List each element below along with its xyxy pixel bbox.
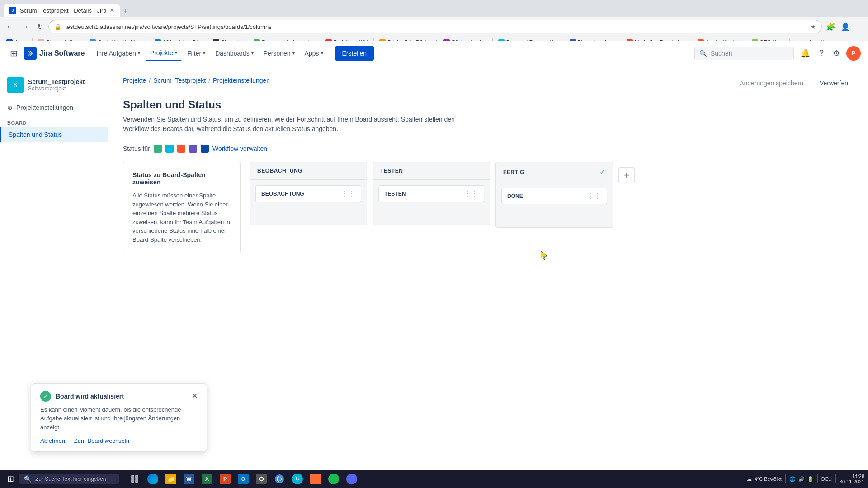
taskbar-sep-right3 [835,474,836,483]
tab-close-icon[interactable]: ✕ [110,7,114,14]
create-button[interactable]: Erstellen [335,46,374,61]
notifications-button[interactable]: 🔔 [797,46,813,61]
taskbar-app-misc3[interactable] [326,471,342,487]
taskbar-apps: 📁 W X P O ⚙ ↻ [127,471,360,487]
windows-icon: ⊞ [7,474,14,484]
taskbar-app-edge[interactable] [145,471,161,487]
taskbar-app-explorer[interactable]: 📁 [163,471,179,487]
nav-ihre-aufgaben[interactable]: Ihre Aufgaben ▾ [92,46,144,61]
help-button[interactable]: ? [816,46,826,61]
taskbar-sep-1 [123,474,123,484]
taskbar-app-chrome[interactable] [271,471,288,487]
nav-projekte[interactable]: Projekte ▾ [146,46,182,61]
page-title: Spalten und Status [123,99,854,111]
svg-point-7 [278,477,281,481]
sidebar-project: S Scrum_Testprojekt Softwareprojekt [0,73,108,100]
grid-icon[interactable]: ⊞ [7,45,20,61]
taskbar-app-misc1[interactable]: ↻ [289,471,306,487]
jira-logo[interactable]: Jira Software [24,47,85,60]
taskbar-app-misc2[interactable] [307,471,324,487]
time-display: 14:28 [840,474,864,479]
status-icon-blue-dark [201,145,209,153]
sidebar-item-spalten[interactable]: Spalten und Status [0,127,108,142]
toast-body: Es kann einen Moment dauern, bis die ent… [40,405,198,432]
chevron-down-icon: ▾ [321,51,323,56]
svg-rect-4 [135,479,138,483]
nav-filter[interactable]: Filter ▾ [183,46,210,61]
toast-separator: · [69,437,71,444]
taskbar-app-excel[interactable]: X [199,471,215,487]
back-button[interactable]: ← [4,21,16,33]
success-icon: ✓ [40,391,51,402]
toast-title: Board wird aktualisiert [56,393,187,400]
top-nav: ⊞ Jira Software Ihre Aufgaben ▾ Projekte… [0,41,868,66]
tab-favicon: J [9,7,16,14]
address-bar[interactable]: 🔒 testdeutsch1.atlassian.net/jira/softwa… [48,20,822,33]
avatar[interactable]: P [846,46,861,61]
chevron-down-icon: ▾ [292,51,295,56]
column-testen: TESTEN TESTEN ⋮⋮ [373,162,490,225]
project-name: Scrum_Testprojekt [28,78,85,85]
workflow-link[interactable]: Workflow verwalten [212,145,267,152]
drag-handle-icon[interactable]: ⋮⋮ [341,189,355,198]
taskbar-app-taskview[interactable] [127,471,143,487]
breadcrumb-scrum[interactable]: Scrum_Testprojekt [153,77,206,84]
status-chip-beobachtung[interactable]: BEOBACHTUNG ⋮⋮ [255,185,361,202]
panel-desc: Alle Status müssen einer Spalte zugewies… [132,191,231,244]
save-changes-button[interactable]: Änderungen speichern [734,77,809,89]
chevron-down-icon: ▾ [175,50,177,55]
taskbar-app-word[interactable]: W [181,471,197,487]
more-button[interactable]: ⋮ [854,21,864,33]
taskbar-sep-right [785,474,786,483]
action-row: Änderungen speichern Verwerfen [734,77,854,89]
extensions-button[interactable]: 🧩 [825,21,837,33]
toast-action-button[interactable]: Zum Board wechseln [74,437,129,444]
column-fertig-header: FERTIG ✓ [496,162,613,182]
taskbar-system-icons: 🌐 🔊 🔋 [789,476,814,482]
chevron-down-icon: ▾ [203,51,205,56]
sidebar-projekteinstellungen[interactable]: ⊕ Projekteinstellungen [0,100,108,115]
nav-apps[interactable]: Apps ▾ [300,46,328,61]
taskbar-volume-icon: 🔊 [798,476,805,482]
discard-button[interactable]: Verwerfen [814,77,854,89]
toast-dismiss-button[interactable]: Ablehnen [40,437,65,444]
plus-icon: ⊕ [7,104,13,111]
status-chip-testen-label: TESTEN [384,191,406,197]
status-chip-done[interactable]: DONE ⋮⋮ [501,188,607,204]
address-text: testdeutsch1.atlassian.net/jira/software… [65,23,807,30]
nav-personen[interactable]: Personen ▾ [259,46,299,61]
nav-right: 🔍 Suchen 🔔 ? ⚙ P [694,46,861,61]
new-tab-button[interactable]: + [120,5,131,17]
column-fertig-body: DONE ⋮⋮ [496,182,613,227]
project-type: Softwareprojekt [28,85,85,92]
breadcrumb-projekte[interactable]: Projekte [123,77,146,84]
nav-dashboards[interactable]: Dashboards ▾ [211,46,258,61]
tab-title: Scrum_Testprojekt - Details - Jira [20,7,106,14]
drag-handle-icon[interactable]: ⋮⋮ [464,189,478,198]
start-button[interactable]: ⊞ [4,472,18,486]
status-chip-testen[interactable]: TESTEN ⋮⋮ [378,185,484,202]
taskbar-app-outlook[interactable]: O [235,471,251,487]
page-description: Verwenden Sie Spalten und Status, um zu … [123,115,467,134]
toast-close-button[interactable]: ✕ [192,392,198,400]
taskbar-search-icon: 🔍 [24,475,32,483]
taskbar-app-settings[interactable]: ⚙ [253,471,269,487]
chevron-down-icon: ▾ [138,51,140,56]
search-box[interactable]: 🔍 Suchen [694,47,794,60]
project-info: Scrum_Testprojekt Softwareprojekt [28,78,85,92]
column-beobachtung-title: BEOBACHTUNG [257,168,359,174]
add-column-button[interactable]: + [618,167,635,183]
reload-button[interactable]: ↻ [34,21,46,33]
status-icon-teal [165,145,174,153]
active-tab[interactable]: J Scrum_Testprojekt - Details - Jira ✕ [4,4,120,17]
column-testen-body: TESTEN ⋮⋮ [373,180,490,225]
forward-button[interactable]: → [19,21,32,33]
profile-button[interactable]: 👤 [839,21,852,33]
taskbar-app-misc4[interactable] [344,471,360,487]
taskbar-app-powerpoint[interactable]: P [217,471,233,487]
drag-handle-icon[interactable]: ⋮⋮ [587,192,601,200]
breadcrumb-projekteinstellungen[interactable]: Projekteinstellungen [213,77,270,84]
settings-button[interactable]: ⚙ [830,46,843,61]
date-display: 30.11.2021 [840,479,864,484]
taskbar-search[interactable]: 🔍 Zur Suche Text hier eingeben [19,474,119,484]
